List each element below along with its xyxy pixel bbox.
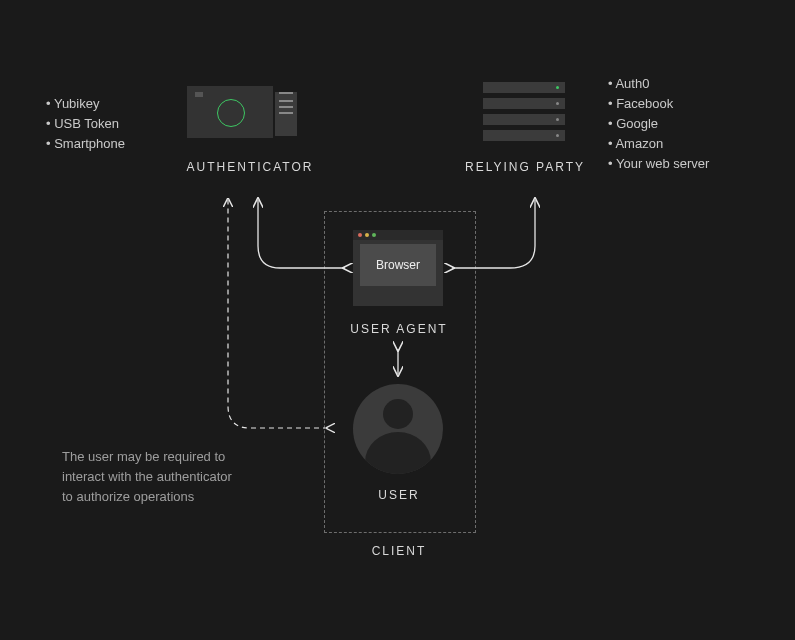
- user-label: USER: [324, 488, 474, 502]
- list-item: Auth0: [608, 74, 709, 94]
- diagram-stage: Yubikey USB Token Smartphone AUTHENTICAT…: [0, 0, 795, 640]
- relying-party-label: RELYING PARTY: [440, 160, 610, 174]
- list-item: Smartphone: [46, 134, 125, 154]
- device-icon: [187, 86, 273, 138]
- list-item: Facebook: [608, 94, 709, 114]
- document-icon: [275, 92, 297, 136]
- authenticator-icon: [187, 86, 297, 142]
- list-item: USB Token: [46, 114, 125, 134]
- client-label: CLIENT: [324, 544, 474, 558]
- authenticator-label: AUTHENTICATOR: [150, 160, 350, 174]
- browser-window-icon: Browser: [353, 230, 443, 306]
- authenticator-examples: Yubikey USB Token Smartphone: [46, 94, 125, 154]
- user-agent-label: USER AGENT: [324, 322, 474, 336]
- relying-party-examples: Auth0 Facebook Google Amazon Your web se…: [608, 74, 709, 174]
- list-item: Your web server: [608, 154, 709, 174]
- authorization-note: The user may be required to interact wit…: [62, 447, 232, 507]
- list-item: Google: [608, 114, 709, 134]
- list-item: Amazon: [608, 134, 709, 154]
- user-avatar-icon: [353, 384, 443, 474]
- list-item: Yubikey: [46, 94, 125, 114]
- server-icon: [483, 82, 565, 144]
- browser-label: Browser: [360, 244, 436, 286]
